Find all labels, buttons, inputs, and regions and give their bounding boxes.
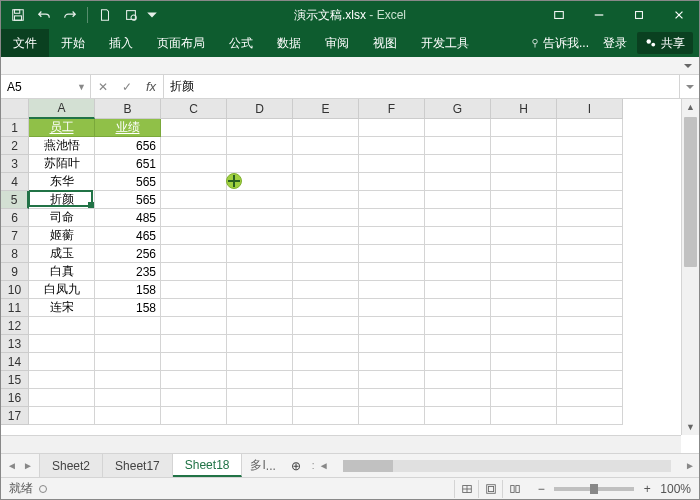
cell[interactable] bbox=[359, 353, 425, 371]
cell[interactable] bbox=[29, 407, 95, 425]
cell[interactable] bbox=[161, 119, 227, 137]
tab-insert[interactable]: 插入 bbox=[97, 29, 145, 57]
cell[interactable] bbox=[227, 137, 293, 155]
row-header[interactable]: 7 bbox=[1, 227, 29, 245]
cells-area[interactable]: 员工业绩燕池悟656苏陌叶651东华565折颜565司命485姬蘅465成玉25… bbox=[29, 119, 681, 435]
cell[interactable] bbox=[491, 335, 557, 353]
cell[interactable]: 燕池悟 bbox=[29, 137, 95, 155]
cancel-formula-button[interactable]: ✕ bbox=[91, 75, 115, 98]
cell[interactable] bbox=[293, 209, 359, 227]
ribbon-collapse-bar[interactable] bbox=[1, 57, 699, 75]
row-header[interactable]: 1 bbox=[1, 119, 29, 137]
column-header[interactable]: B bbox=[95, 99, 161, 119]
cell[interactable]: 565 bbox=[95, 191, 161, 209]
row-header[interactable]: 16 bbox=[1, 389, 29, 407]
cell[interactable] bbox=[359, 317, 425, 335]
cell[interactable] bbox=[491, 263, 557, 281]
cell[interactable] bbox=[359, 191, 425, 209]
row-header[interactable]: 2 bbox=[1, 137, 29, 155]
cell[interactable] bbox=[491, 407, 557, 425]
cell[interactable] bbox=[227, 173, 293, 191]
cell[interactable] bbox=[95, 335, 161, 353]
cell[interactable] bbox=[359, 371, 425, 389]
cell[interactable] bbox=[227, 155, 293, 173]
cell[interactable]: 白真 bbox=[29, 263, 95, 281]
ribbon-options-button[interactable] bbox=[539, 1, 579, 29]
cell[interactable] bbox=[29, 335, 95, 353]
share-button[interactable]: 共享 bbox=[637, 32, 693, 54]
row-header[interactable]: 8 bbox=[1, 245, 29, 263]
save-button[interactable] bbox=[7, 4, 29, 26]
cell[interactable] bbox=[293, 173, 359, 191]
cell[interactable] bbox=[293, 389, 359, 407]
hscroll-thumb[interactable] bbox=[343, 460, 393, 472]
cell[interactable] bbox=[95, 317, 161, 335]
row-header[interactable]: 17 bbox=[1, 407, 29, 425]
sheet-tab[interactable]: Sheet17 bbox=[103, 454, 173, 477]
login-button[interactable]: 登录 bbox=[599, 35, 631, 52]
cell[interactable] bbox=[161, 389, 227, 407]
cell[interactable] bbox=[491, 191, 557, 209]
cell[interactable] bbox=[359, 173, 425, 191]
cell[interactable] bbox=[557, 371, 623, 389]
cell[interactable] bbox=[161, 155, 227, 173]
cell[interactable] bbox=[227, 353, 293, 371]
cell[interactable] bbox=[161, 263, 227, 281]
cell[interactable] bbox=[359, 119, 425, 137]
cell[interactable] bbox=[161, 281, 227, 299]
cell[interactable] bbox=[557, 335, 623, 353]
cell[interactable] bbox=[491, 137, 557, 155]
row-header[interactable]: 12 bbox=[1, 317, 29, 335]
cell[interactable] bbox=[425, 281, 491, 299]
view-normal-button[interactable] bbox=[454, 480, 478, 498]
column-header[interactable]: A bbox=[29, 99, 95, 119]
cell[interactable] bbox=[161, 173, 227, 191]
vscroll-thumb[interactable] bbox=[684, 117, 697, 267]
column-header[interactable]: D bbox=[227, 99, 293, 119]
cell[interactable] bbox=[491, 173, 557, 191]
cell[interactable]: 业绩 bbox=[95, 119, 161, 137]
cell[interactable] bbox=[227, 389, 293, 407]
cell[interactable] bbox=[293, 155, 359, 173]
cell[interactable] bbox=[227, 407, 293, 425]
cell[interactable]: 565 bbox=[95, 173, 161, 191]
sheet-tab[interactable]: Sheet2 bbox=[40, 454, 103, 477]
cell[interactable]: 256 bbox=[95, 245, 161, 263]
cell[interactable] bbox=[29, 353, 95, 371]
row-header[interactable]: 13 bbox=[1, 335, 29, 353]
cell[interactable] bbox=[227, 119, 293, 137]
cell[interactable] bbox=[557, 173, 623, 191]
redo-button[interactable] bbox=[59, 4, 81, 26]
sheet-tab-more[interactable]: 多I ... bbox=[242, 454, 283, 477]
cell[interactable] bbox=[359, 407, 425, 425]
zoom-level[interactable]: 100% bbox=[660, 482, 691, 496]
cell[interactable] bbox=[293, 137, 359, 155]
cell[interactable] bbox=[491, 389, 557, 407]
cell[interactable] bbox=[425, 335, 491, 353]
cell[interactable] bbox=[293, 407, 359, 425]
cell[interactable] bbox=[557, 155, 623, 173]
sheet-nav-prev[interactable]: ◄ bbox=[5, 459, 19, 473]
cell[interactable] bbox=[227, 227, 293, 245]
column-header[interactable]: F bbox=[359, 99, 425, 119]
cell[interactable] bbox=[161, 209, 227, 227]
undo-button[interactable] bbox=[33, 4, 55, 26]
cell[interactable] bbox=[227, 263, 293, 281]
cell[interactable]: 158 bbox=[95, 299, 161, 317]
row-header[interactable]: 14 bbox=[1, 353, 29, 371]
cell[interactable] bbox=[95, 407, 161, 425]
row-header[interactable]: 4 bbox=[1, 173, 29, 191]
cell[interactable] bbox=[557, 119, 623, 137]
cell[interactable] bbox=[227, 209, 293, 227]
cell[interactable] bbox=[557, 209, 623, 227]
cell[interactable] bbox=[227, 191, 293, 209]
cell[interactable] bbox=[557, 227, 623, 245]
cell[interactable] bbox=[557, 299, 623, 317]
cell[interactable] bbox=[227, 299, 293, 317]
cell[interactable] bbox=[227, 335, 293, 353]
cell[interactable]: 成玉 bbox=[29, 245, 95, 263]
tab-formula[interactable]: 公式 bbox=[217, 29, 265, 57]
cell[interactable] bbox=[425, 371, 491, 389]
cell[interactable] bbox=[491, 119, 557, 137]
cell[interactable] bbox=[557, 281, 623, 299]
